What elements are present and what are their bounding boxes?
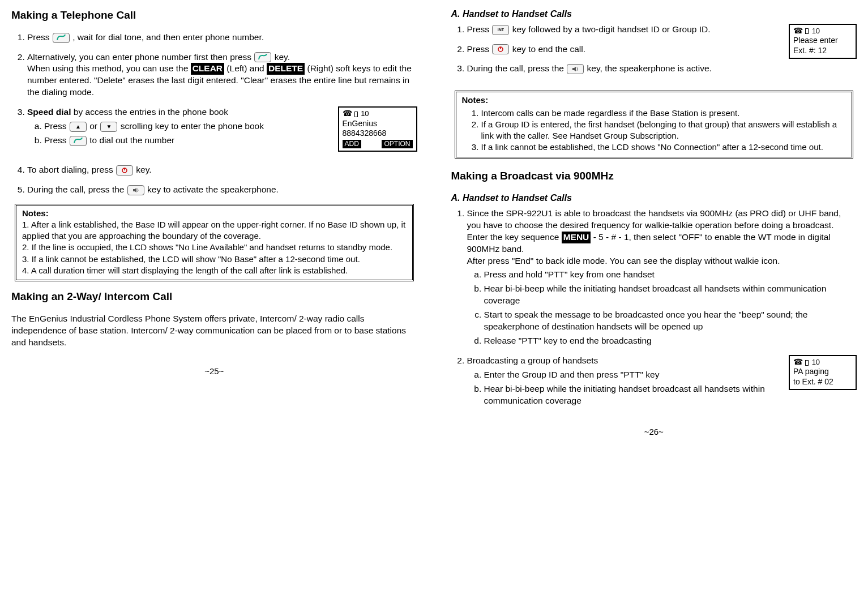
notes-title: Notes:: [22, 208, 407, 219]
lcd-id: 10: [812, 358, 820, 366]
lcd-pa: ☎ 10 PA paging to Ext. # 02: [789, 355, 857, 391]
r-note-3: If a link cannot be established, the LCD…: [481, 142, 846, 153]
heading-handset-calls-a: A. Handset to Handset Calls: [451, 8, 857, 20]
phone-icon: ☎: [793, 26, 803, 35]
note-4: 4. A call duration timer will start disp…: [22, 265, 407, 276]
b-step-1a: Press and hold "PTT" key from one handse…: [484, 269, 857, 281]
text: key.: [136, 165, 151, 174]
page-26: A. Handset to Handset Calls ☎ 10 Please …: [451, 6, 857, 438]
flash-key-icon: [70, 136, 87, 146]
r-step-3: During the call, press the key, the spea…: [467, 63, 857, 75]
note-2: 2. If the line is occupied, the LCD show…: [22, 242, 407, 253]
step-2: Alternatively, you can enter phone numbe…: [27, 52, 417, 99]
b-step-1: Since the SPR-922U1 is able to broadcast…: [467, 208, 857, 347]
lcd-line1: Please enter: [793, 36, 852, 46]
r-note-2: If a Group ID is entered, the first hand…: [481, 119, 846, 142]
text: key to end the call.: [512, 44, 585, 54]
lcd-line2: 8884328668: [343, 129, 413, 139]
page-spread: Making a Telephone Call Press , wait for…: [11, 6, 857, 438]
menu-softkey: MENU: [562, 232, 591, 243]
end-key-icon: [492, 44, 509, 54]
intercom-intro: The EnGenius Industrial Cordless Phone S…: [11, 313, 417, 349]
down-key-icon: ▼: [100, 122, 117, 132]
b-step-1c: Start to speak the message to be broadca…: [484, 309, 857, 333]
lcd-line1: PA paging: [793, 367, 852, 377]
speaker-key-icon: [127, 185, 144, 195]
text: Press: [467, 44, 492, 54]
lcd-speed-dial: ☎ 10 EnGenius 8884328668 ADD OPTION: [338, 106, 417, 152]
notes-title: Notes:: [462, 95, 846, 106]
text: scrolling key to enter the phone book: [121, 121, 264, 131]
lcd-line1: EnGenius: [343, 119, 413, 129]
text: key followed by a two-digit handset ID o…: [512, 24, 711, 34]
step-3: ☎ 10 EnGenius 8884328668 ADD OPTION Spee…: [27, 106, 417, 156]
text: Press: [44, 135, 69, 145]
b-step-1d: Release "PTT" key to end the broadcastin…: [484, 335, 857, 347]
text: Press: [44, 121, 69, 131]
broadcast-steps: Since the SPR-922U1 is able to broadcast…: [451, 208, 857, 409]
page-number-26: ~26~: [451, 426, 857, 438]
text: Broadcasting a group of handsets: [467, 356, 598, 365]
delete-softkey: DELETE: [267, 63, 305, 75]
text: (Left) and: [226, 63, 267, 73]
phone-icon: ☎: [343, 109, 352, 118]
call-steps: Press , wait for dial tone, and then ent…: [11, 32, 417, 196]
heading-handset-calls-a2: A. Handset to Handset Calls: [451, 192, 857, 204]
flash-key-icon: [254, 52, 271, 62]
phone-icon: ☎: [793, 357, 803, 366]
text: Since the SPR-922U1 is able to broadcast…: [467, 208, 841, 230]
text: key to activate the speakerphone.: [147, 185, 279, 194]
battery-icon: [354, 112, 358, 117]
ptt-key: "PTT": [621, 370, 643, 379]
lcd-line2: Ext. #: 12: [793, 46, 852, 56]
r-note-1: Intercom calls can be made regardless if…: [481, 108, 846, 119]
text: Press: [27, 32, 52, 42]
notes-box-right: Notes: Intercom calls can be made regard…: [455, 91, 854, 158]
softkey-option: OPTION: [382, 140, 412, 148]
text: Enter the key sequence: [467, 232, 562, 242]
lcd-line2: to Ext. # 02: [793, 377, 852, 387]
text: by access the entries in the phone book: [71, 107, 228, 117]
text: , wait for dial tone, and then enter pho…: [72, 32, 264, 42]
text: Enter the Group ID and then press: [484, 370, 621, 379]
lcd-ext: ☎ 10 Please enter Ext. #: 12: [789, 24, 857, 59]
text: When using this method, you can use the: [27, 63, 191, 73]
clear-softkey: CLEAR: [191, 63, 224, 75]
heading-broadcast: Making a Broadcast via 900MHz: [451, 169, 857, 183]
note-3: 3. If a link cannot be established, the …: [22, 254, 407, 265]
text: key: [643, 370, 659, 379]
up-key-icon: ▲: [70, 122, 87, 132]
battery-icon: [805, 360, 809, 366]
end-key-icon: [116, 165, 133, 175]
step-4: To abort dialing, press key.: [27, 164, 417, 176]
text: Press: [467, 24, 492, 34]
speed-dial-label: Speed dial: [27, 107, 71, 117]
lcd-id: 10: [361, 109, 369, 118]
heading-intercom: Making an 2-Way/ Intercom Call: [11, 289, 417, 304]
text: Alternatively, you can enter phone numbe…: [27, 52, 254, 62]
heading-telephone-call: Making a Telephone Call: [11, 8, 417, 23]
flash-key-icon: [53, 33, 70, 43]
text: or: [89, 121, 100, 131]
softkey-add: ADD: [343, 140, 361, 148]
text: key, the speakerphone is active.: [587, 63, 712, 73]
speaker-key-icon: [567, 64, 584, 74]
int-key-icon: INT: [492, 25, 509, 35]
b-step-2: ☎ 10 PA paging to Ext. # 02 Broadcasting…: [467, 355, 857, 409]
text: During the call, press the: [27, 185, 127, 194]
note-1: 1. After a link established, the Base ID…: [22, 219, 407, 242]
notes-box-left: Notes: 1. After a link established, the …: [15, 204, 414, 282]
text: During the call, press the: [467, 63, 567, 73]
step-5: During the call, press the key to activa…: [27, 184, 417, 196]
text: to dial out the number: [89, 135, 174, 145]
text: To abort dialing, press: [27, 165, 116, 174]
lcd-id: 10: [812, 27, 820, 35]
step-1: Press , wait for dial tone, and then ent…: [27, 32, 417, 44]
b-step-1b: Hear bi-bi-beep while the initiating han…: [484, 283, 857, 307]
battery-icon: [805, 28, 809, 34]
page-25: Making a Telephone Call Press , wait for…: [11, 6, 417, 438]
text: key.: [275, 52, 290, 62]
text: After press "End" to back idle mode. You…: [467, 256, 780, 266]
page-number-25: ~25~: [11, 366, 417, 377]
